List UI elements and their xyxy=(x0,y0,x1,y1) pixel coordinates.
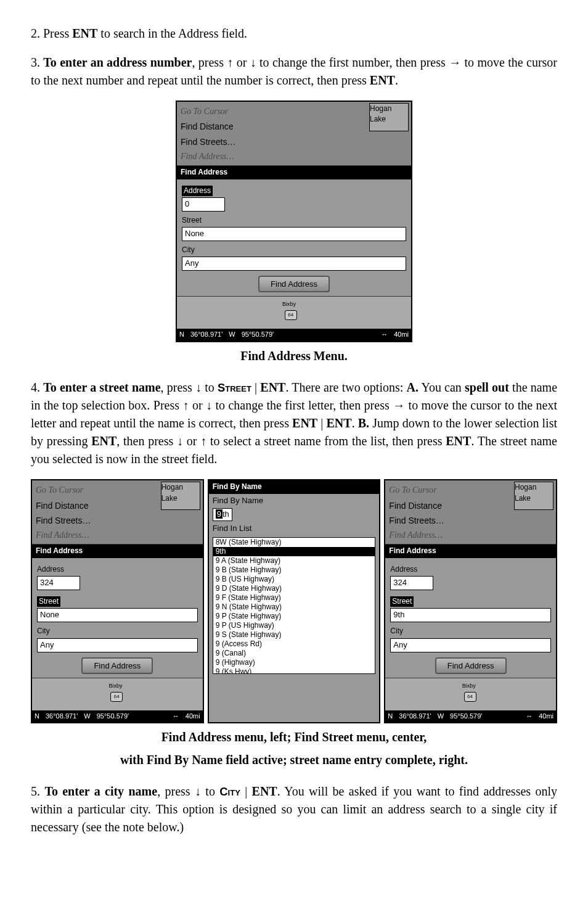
street-list-item[interactable]: 9 (Canal) xyxy=(213,649,375,658)
label-city: City xyxy=(182,245,406,255)
street-list-item[interactable]: 9 A (State Highway) xyxy=(213,556,375,565)
menu-find-streets[interactable]: Find Streets… xyxy=(181,134,407,149)
context-menu-right: Go To Cursor Find Distance Find Streets…… xyxy=(385,480,556,545)
street-list-item[interactable]: 9 N (State Highway) xyxy=(213,602,375,612)
street-list-item[interactable]: 9 B (State Highway) xyxy=(213,565,375,575)
menu-find-address[interactable]: Find Address… xyxy=(181,149,407,164)
field-street[interactable]: 9th xyxy=(390,608,551,622)
city-label: Bixby xyxy=(282,300,296,308)
step-3: 3. To enter an address number, press ↑ o… xyxy=(31,54,557,89)
lat-value: 36°08.971' xyxy=(190,330,223,340)
route-shield-icon: 64 xyxy=(285,310,297,320)
map-preview: Bixby 64 xyxy=(177,296,411,329)
mini-map: Hogan Lake xyxy=(369,103,409,131)
street-list-item[interactable]: 9 S (State Highway) xyxy=(213,630,375,639)
street-list-item[interactable]: 9 (Ks Hwy) xyxy=(213,667,375,674)
context-menu-left: Go To Cursor Find Distance Find Streets…… xyxy=(32,480,203,545)
step-4: 4. To enter a street name, press ↓ to St… xyxy=(31,379,557,468)
field-street[interactable]: None xyxy=(182,227,406,241)
street-list-item[interactable]: 9 D (State Highway) xyxy=(213,584,375,593)
scale-value: 40mi xyxy=(394,330,409,340)
find-address-button[interactable]: Find Address xyxy=(81,657,153,674)
label-street-hl: Street xyxy=(37,596,60,607)
mini-map: Hogan Lake xyxy=(514,482,553,510)
find-by-name-input[interactable]: 9th xyxy=(213,508,232,521)
label-find-in-list: Find In List xyxy=(209,523,380,535)
field-address[interactable]: 324 xyxy=(37,576,80,590)
field-city[interactable]: Any xyxy=(37,638,198,652)
route-shield-icon: 64 xyxy=(110,692,123,702)
gps-screen-left: Go To Cursor Find Distance Find Streets…… xyxy=(31,479,204,723)
gps-screen-right: Go To Cursor Find Distance Find Streets…… xyxy=(384,479,557,723)
gps-screen-find-by-name: Find By Name Find By Name 9th Find In Li… xyxy=(208,479,381,723)
mini-map: Hogan Lake xyxy=(161,482,200,510)
step-2: 2. Press ENT to search in the Address fi… xyxy=(31,25,557,43)
scale-arrow-icon: ↔ xyxy=(381,330,388,340)
find-address-button[interactable]: Find Address xyxy=(435,657,507,674)
field-street[interactable]: None xyxy=(37,608,198,622)
street-list-item[interactable]: 9th xyxy=(213,547,375,556)
street-list-item[interactable]: 9 (Access Rd) xyxy=(213,639,375,649)
find-address-button[interactable]: Find Address xyxy=(258,276,330,292)
cursor-char: 9 xyxy=(216,509,223,519)
street-list-item[interactable]: 9 F (State Highway) xyxy=(213,593,375,602)
step-5: 5. To enter a city name, press ↓ to City… xyxy=(31,783,557,836)
context-menu: Go To Cursor Find Distance Find Streets…… xyxy=(177,102,411,166)
field-address[interactable]: 0 xyxy=(182,197,225,212)
street-list-item[interactable]: 9 (Highway) xyxy=(213,658,375,667)
figure2-caption-line2: with Find By Name field active; street n… xyxy=(31,751,557,769)
titlebar-find-by-name: Find By Name xyxy=(209,480,380,493)
map-preview: Bixby 64 xyxy=(385,678,556,710)
label-address: Address xyxy=(182,186,213,196)
street-list[interactable]: 8W (State Highway)9th9 A (State Highway)… xyxy=(213,537,376,674)
field-address[interactable]: 324 xyxy=(390,576,433,590)
gps-screen-find-address: Go To Cursor Find Distance Find Streets…… xyxy=(176,101,412,342)
street-list-item[interactable]: 9 P (US Highway) xyxy=(213,621,375,630)
label-street: Street xyxy=(182,215,406,226)
field-city[interactable]: Any xyxy=(390,638,551,652)
street-list-item[interactable]: 9 B (US Highway) xyxy=(213,575,375,584)
figure2-caption-line1: Find Address menu, left; Find Street men… xyxy=(31,728,557,746)
ent-key: ENT xyxy=(72,27,97,40)
titlebar-find-address: Find Address xyxy=(177,166,411,179)
label-street-hl: Street xyxy=(390,596,414,607)
lon-value: 95°50.579' xyxy=(242,330,274,340)
find-address-form: Address 0 Street None City Any Find Addr… xyxy=(177,179,411,297)
street-list-item[interactable]: 9 P (State Highway) xyxy=(213,612,375,621)
label-find-by-name: Find By Name xyxy=(209,495,380,507)
route-shield-icon: 64 xyxy=(464,692,476,702)
figure1-caption: Find Address Menu. xyxy=(31,347,557,365)
field-city[interactable]: Any xyxy=(182,257,406,271)
street-list-item[interactable]: 8W (State Highway) xyxy=(213,538,375,547)
map-preview: Bixby 64 xyxy=(32,678,203,710)
status-bar: N 36°08.971' W 95°50.579' ↔ 40mi xyxy=(177,329,411,341)
